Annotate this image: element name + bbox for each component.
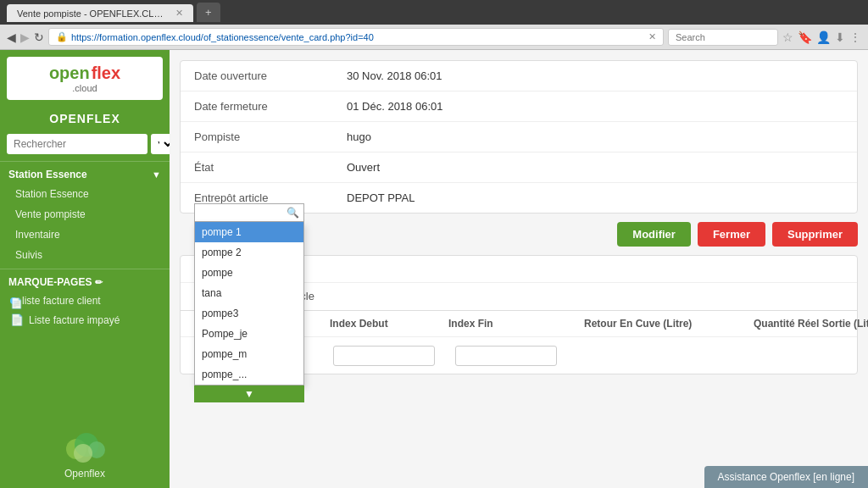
sidebar: openflex .cloud OPENFLEX ▼ Station Essen… (0, 50, 170, 488)
vente-table-row: 🔍 pompe 1 pompe 2 pompe (181, 337, 857, 374)
label-date-fermeture: Date fermeture (181, 92, 333, 122)
sidebar-section-label: Station Essence (8, 169, 87, 180)
label-pompiste: Pompiste (181, 122, 333, 152)
dropdown-item-pompe1[interactable]: pompe 1 (195, 222, 303, 242)
url-text: https://formation.openflex.cloud/of_stat… (71, 32, 645, 42)
sidebar-section-station[interactable]: Station Essence ▼ (0, 161, 170, 184)
fermer-button[interactable]: Fermer (698, 222, 765, 247)
dropdown-scroll-down[interactable]: ▼ (194, 385, 304, 402)
logo-cloud-text: .cloud (72, 83, 97, 93)
browser-search-input[interactable] (668, 29, 778, 46)
supprimer-button[interactable]: Supprimer (772, 222, 858, 247)
sidebar-brand: OPENFLEX (0, 107, 170, 130)
label-date-ouverture: Date ouverture (181, 61, 333, 92)
sidebar-item-vente-pompiste[interactable]: Vente pompiste (0, 204, 170, 225)
sidebar-footer: Openflex (0, 419, 170, 488)
sidebar-search-container: ▼ (7, 134, 163, 154)
dropdown-list: pompe 1 pompe 2 pompe tana (194, 222, 304, 385)
sidebar-search-input[interactable] (7, 134, 147, 154)
col-header-index-fin: Index Fin (448, 318, 584, 330)
table-row: Pompiste hugo (181, 122, 857, 152)
value-etat: Ouvert (333, 152, 857, 183)
value-date-fermeture: 01 Déc. 2018 06:01 (333, 92, 857, 122)
app-layout: openflex .cloud OPENFLEX ▼ Station Essen… (0, 50, 868, 488)
bookmark-icon[interactable]: 🔖 (798, 30, 812, 44)
person-icon[interactable]: 👤 (816, 30, 831, 44)
bookmark-item-facture-client[interactable]: 📄 liste facture client (0, 291, 170, 310)
browser-tab-active[interactable]: Vente pompiste - OPENFLEX.CLOUD ✕ (7, 4, 193, 22)
openflex-cloud-logo (59, 428, 110, 466)
dropdown-item-tana[interactable]: tana (195, 283, 303, 303)
sidebar-logo-container: openflex .cloud (7, 57, 163, 100)
nav-back[interactable]: ◀ (7, 30, 16, 44)
svg-point-3 (74, 444, 92, 463)
download-icon[interactable]: ⬇ (835, 30, 845, 44)
vente-section: VENTE Carburant Article Index Debut Inde… (180, 255, 858, 374)
info-card: Date ouverture 30 Nov. 2018 06:01 Date f… (180, 60, 858, 214)
value-entrepot: DEPOT PPAL (333, 183, 857, 214)
secure-icon: 🔒 (56, 31, 68, 42)
label-etat: État (181, 152, 333, 183)
browser-bar: ◀ ▶ ↻ 🔒 https://formation.openflex.cloud… (0, 25, 868, 50)
sidebar-footer-label: Openflex (64, 468, 105, 480)
bookmark-dot-orange: 📄 (10, 313, 24, 326)
nav-refresh[interactable]: ↻ (34, 30, 44, 44)
assistance-bar[interactable]: Assistance Openflex [en ligne] (704, 466, 868, 488)
nav-forward[interactable]: ▶ (20, 30, 30, 44)
assistance-label: Assistance Openflex [en ligne] (718, 471, 854, 483)
dropdown-item-pompe-m[interactable]: pompe_m (195, 344, 303, 364)
dropdown-item-pompe[interactable]: pompe (195, 263, 303, 283)
tab-label: Vente pompiste - OPENFLEX.CLOUD (17, 8, 169, 19)
browser-tab-new[interactable]: + (197, 3, 220, 22)
modifier-button[interactable]: Modifier (617, 222, 691, 247)
value-date-ouverture: 30 Nov. 2018 06:01 (333, 61, 857, 92)
sidebar-search-select[interactable]: ▼ (151, 134, 170, 154)
sidebar-item-station-essence[interactable]: Station Essence (0, 184, 170, 204)
url-refresh-icon: ✕ (648, 31, 656, 42)
dropdown-search-box: 🔍 (194, 203, 304, 222)
edit-icon[interactable]: ✏ (95, 277, 103, 288)
dropdown-item-pompe3[interactable]: pompe3 (195, 303, 303, 324)
table-row: Date ouverture 30 Nov. 2018 06:01 (181, 61, 857, 92)
col-header-retour-cuve: Retour En Cuve (Litre) (584, 318, 754, 330)
tab-close-icon[interactable]: ✕ (175, 8, 183, 19)
index-fin-input[interactable] (455, 346, 557, 366)
dropdown-item-pompe2[interactable]: pompe 2 (195, 242, 303, 263)
star-icon[interactable]: ☆ (782, 30, 793, 44)
apps-icon[interactable]: ⋮ (849, 30, 861, 44)
url-bar[interactable]: 🔒 https://formation.openflex.cloud/of_st… (48, 28, 664, 46)
main-content: Date ouverture 30 Nov. 2018 06:01 Date f… (170, 50, 868, 488)
sidebar-item-inventaire[interactable]: Inventaire (0, 225, 170, 245)
bookmark-dot-blue: 📄 (10, 297, 17, 304)
logo-image: openflex (49, 64, 120, 83)
value-pompiste: hugo (333, 122, 857, 152)
col-header-qte-sortie: Quantité Réel Sortie (Litre) (754, 318, 868, 330)
col-header-index-debut: Index Debut (330, 318, 448, 330)
bookmark-item-facture-impaye[interactable]: 📄 Liste facture impayé (0, 310, 170, 330)
table-row: État Ouvert (181, 152, 857, 183)
sidebar-bookmarks-header: MARQUE-PAGES ✏ (0, 269, 170, 291)
dropdown-item-pompe-dots[interactable]: pompe_... (195, 364, 303, 385)
info-table: Date ouverture 30 Nov. 2018 06:01 Date f… (181, 61, 857, 213)
index-debut-input[interactable] (333, 346, 435, 366)
dropdown-container: 🔍 pompe 1 pompe 2 pompe (194, 203, 304, 402)
bookmarks-label: MARQUE-PAGES (8, 276, 92, 288)
sidebar-item-suivis[interactable]: Suivis (0, 245, 170, 265)
dropdown-search-icon: 🔍 (287, 207, 299, 219)
table-row: Date fermeture 01 Déc. 2018 06:01 (181, 92, 857, 122)
dropdown-search-input[interactable] (199, 207, 287, 219)
dropdown-item-pompe-je[interactable]: Pompe_je (195, 324, 303, 344)
browser-chrome: Vente pompiste - OPENFLEX.CLOUD ✕ + (0, 0, 868, 25)
sidebar-section-arrow: ▼ (152, 169, 161, 180)
